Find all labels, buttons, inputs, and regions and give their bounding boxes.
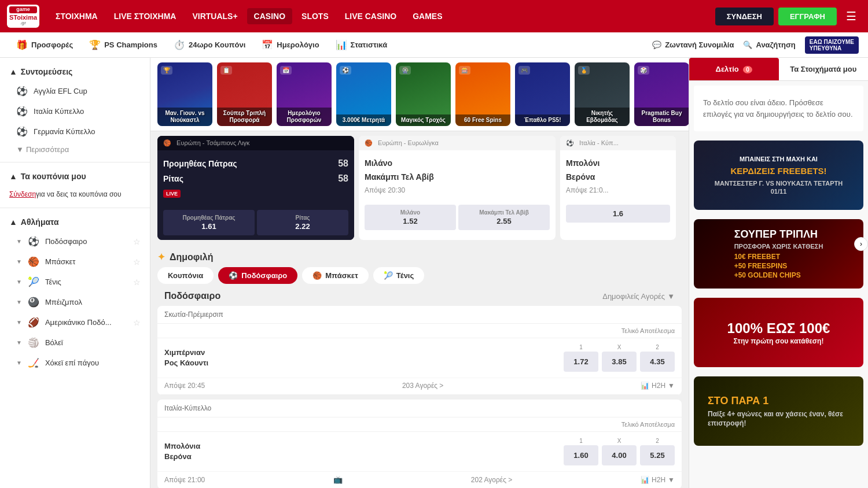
bet-odd-1-2[interactable]: 4.35	[640, 352, 675, 372]
promo-icon-5: 🎡	[399, 66, 411, 75]
bet-markets-1[interactable]: 203 Αγορές >	[402, 382, 443, 390]
sidebar-item-baseball[interactable]: ▼ 🎱 Μπέιζμπολ	[0, 292, 150, 312]
live-match-1: 🏀 Ευρώπη - Τσάμπιονς Λιγκ Προμηθέας Πάτρ…	[157, 136, 354, 240]
betslip-tabs: Δελτίο 0 Τα Στοιχήματά μου	[689, 58, 868, 81]
promo-icon-6: 🎰	[459, 66, 470, 75]
sports-tabs: Κουπόνια ⚽ Ποδόσφαιρο 🏀 Μπάσκετ 🎾 Τένις	[157, 267, 682, 284]
promo-banner-3[interactable]: 100% ΕΩΣ 100€ Στην πρώτη σου κατάθεση!	[694, 298, 863, 367]
result-header-1: Τελικό Αποτέλεσμα	[571, 327, 675, 334]
match-3-time: Απόψε 21:0...	[566, 186, 670, 194]
promo-card-2[interactable]: 📋 Σούπερ Τριπλή Προσφορά	[217, 62, 272, 126]
coupons-section: Σύνδεσηγια να δεις τα κουπόνια σου	[0, 186, 150, 203]
promo-banner-4[interactable]: ΣΤΟ ΠΑΡΑ 1 Παίξε 4+ αγώνες και αν χάσεις…	[694, 376, 863, 446]
h2h-2[interactable]: 📊 H2H ▼	[641, 476, 675, 484]
sec-nav-24h-coupon[interactable]: ⏱️ 24ωρο Κουπόνι	[167, 36, 252, 54]
live-match-2: 🏀 Ευρώπη - Ευρωλίγκα Μιλάνο Μακάμπι Τελ …	[359, 136, 556, 240]
bet-odd-1-x[interactable]: 3.85	[602, 352, 637, 372]
sidebar-item-efl-cup[interactable]: ⚽ Αγγλία EFL Cup	[0, 81, 150, 101]
bet-markets-2[interactable]: 202 Αγορές >	[471, 476, 512, 484]
odd-label-2-2: 2	[656, 438, 659, 444]
promo-banner-img-2: ΣΟΥΠΕΡ ΤΡΙΠΛΗ ΠΡΟΣΦΟΡΑ ΧΩΡΙΣ ΚΑΤΘΕΣΗ 10€…	[694, 219, 863, 289]
hamburger-icon[interactable]: ☰	[841, 7, 861, 25]
promo-card-1[interactable]: 🏆 Μαν. Γιουν. vs Νιούκαστλ	[157, 62, 212, 126]
tab-tennis[interactable]: 🎾 Τένις	[373, 267, 424, 284]
match-2-odd2[interactable]: Μακάμπι Τελ Αβίβ 2.55	[458, 205, 550, 230]
nav-live[interactable]: LIVE ΣΤΟΙΧΗΜΑ	[107, 8, 183, 24]
match-1-odd1[interactable]: Προμηθέας Πάτρας 1.61	[163, 210, 255, 235]
login-button[interactable]: ΣΥΝΔΕΣΗ	[715, 8, 774, 25]
sec-nav-calendar[interactable]: 📅 Ημερολόγιο	[255, 36, 326, 54]
tv-icon: 📺	[333, 475, 343, 484]
sidebar-item-tennis[interactable]: ▼ 🎾 Τένις ☆	[0, 272, 150, 292]
chevron-down-icon-4: ▼	[16, 299, 22, 305]
chevron-up-icon-2: ▲	[9, 172, 17, 181]
bet-odd-2-1[interactable]: 1.60	[564, 445, 598, 465]
sidebar-divider-2	[0, 208, 150, 208]
bet-odds-2: 1 1.60 Χ 4.00 2 5.25	[564, 438, 675, 465]
shortcuts-header[interactable]: ▲ Συντομεύσεις	[0, 62, 150, 81]
match-2-team1: Μιλάνο	[365, 156, 550, 170]
markets-dropdown[interactable]: Δημοφιλείς Αγορές ▼	[602, 292, 675, 301]
promo-card-9[interactable]: 🎲 Pragmatic Buy Bonus	[634, 62, 689, 126]
bet-footer-2: Απόψε 21:00 📺 202 Αγορές > 📊 H2H ▼	[157, 472, 682, 488]
promo-banner-2[interactable]: ΣΟΥΠΕΡ ΤΡΙΠΛΗ ΠΡΟΣΦΟΡΑ ΧΩΡΙΣ ΚΑΤΘΕΣΗ 10€…	[694, 219, 863, 289]
register-button[interactable]: ΕΓΓΡΑΦΗ	[778, 8, 837, 25]
sidebar-item-volleyball[interactable]: ▼ 🏐 Βόλεϊ	[0, 332, 150, 353]
tab-basketball[interactable]: 🏀 Μπάσκετ	[302, 267, 369, 284]
h2h-1[interactable]: 📊 H2H ▼	[641, 382, 675, 390]
nav-stoixima[interactable]: ΣΤΟΙΧΗΜΑ	[49, 8, 105, 24]
live-badge: LIVE	[163, 190, 181, 198]
promo-label-4: 3.000€ Μετρητά	[340, 117, 388, 124]
promo-icon-9: 🎲	[638, 66, 649, 75]
bet-odd-2-x[interactable]: 4.00	[602, 445, 637, 465]
tab-coupons[interactable]: Κουπόνια	[157, 267, 214, 284]
shortcuts-more[interactable]: ▼ Περισσότερα	[0, 142, 150, 157]
sidebar-item-italy-cup[interactable]: ⚽ Ιταλία Κύπελλο	[0, 101, 150, 121]
sec-nav-offers[interactable]: 🎁 Προσφορές	[9, 36, 80, 54]
betslip-tab-active[interactable]: Δελτίο 0	[689, 58, 779, 80]
calendar-icon: 📅	[262, 39, 273, 50]
match-1-odds: Προμηθέας Πάτρας 1.61 Ρίτας 2.22	[157, 205, 354, 240]
tennis-icon: 🎾	[28, 276, 39, 287]
promo-card-5[interactable]: 🎡 Μαγικός Τροχός	[396, 62, 451, 126]
star-icon-1: ☆	[133, 237, 141, 246]
bet-odd-col-2-2: 2 5.25	[640, 438, 675, 465]
bet-odd-1-1[interactable]: 1.72	[564, 352, 598, 372]
promo-card-8[interactable]: 🏅 Νικητής Εβδομάδας	[575, 62, 630, 126]
star-icon-4: ☆	[133, 318, 141, 327]
bet-odd-2-2[interactable]: 5.25	[640, 445, 675, 465]
sidebar-item-basketball[interactable]: ▼ 🏀 Μπάσκετ ☆	[0, 252, 150, 272]
logo[interactable]: game SToixima .gr	[7, 5, 39, 28]
nav-virtuals[interactable]: VIRTUALS+	[185, 8, 244, 24]
bet-section-2: Ιταλία-Κύπελλο Τελικό Αποτέλεσμα Μπολόνι…	[157, 400, 682, 488]
nav-games[interactable]: GAMES	[406, 8, 449, 24]
match-2-odd1[interactable]: Μιλάνο 1.52	[365, 205, 456, 230]
coupons-header[interactable]: ▲ Τα κουπόνια μου	[0, 167, 150, 186]
odd-label-x: Χ	[617, 344, 621, 350]
sidebar-item-germany-cup[interactable]: ⚽ Γερμανία Κύπελλο	[0, 121, 150, 142]
sidebar-item-football[interactable]: ▼ ⚽ Ποδόσφαιρο ☆	[0, 231, 150, 252]
sec-nav-ps-champions[interactable]: 🏆 PS Champions	[82, 36, 164, 54]
coupons-login-link[interactable]: Σύνδεσηγια να δεις τα κουπόνια σου	[9, 190, 141, 198]
sidebar-item-american-football[interactable]: ▼ 🏈 Αμερικάνικο Ποδό... ☆	[0, 312, 150, 332]
nav-slots[interactable]: SLOTS	[295, 8, 336, 24]
match-1-header: 🏀 Ευρώπη - Τσάμπιονς Λιγκ	[157, 136, 354, 150]
nav-live-casino[interactable]: LIVE CASINO	[338, 8, 403, 24]
odd-label-1: 1	[579, 344, 583, 350]
promo-card-4[interactable]: ⚽ 3.000€ Μετρητά	[336, 62, 391, 126]
betslip-tab-my-bets[interactable]: Τα Στοιχήματά μου	[779, 58, 869, 80]
match-1-odd2[interactable]: Ρίτας 2.22	[257, 210, 348, 235]
promo-card-7[interactable]: 🎮 Έπαθλο PS5!	[515, 62, 570, 126]
nav-casino[interactable]: CASINO	[247, 8, 292, 24]
sports-header[interactable]: ▲ Αθλήματα	[0, 213, 150, 231]
promo-banner-1[interactable]: ΜΠΑΙΝΕΙΣ ΣΤΗ ΜΑΧΗ ΚΑΙ ΚΕΡΔΙΖΕΙΣ FREEBETS…	[694, 141, 863, 210]
live-chat-button[interactable]: 💬 Ζωντανή Συνομιλία	[652, 40, 734, 49]
search-button[interactable]: 🔍 Αναζήτηση	[743, 40, 795, 49]
tab-football[interactable]: ⚽ Ποδόσφαιρο	[218, 267, 297, 284]
sec-nav-statistics[interactable]: 📊 Στατιστικά	[329, 36, 395, 54]
promo-card-3[interactable]: 📅 Ημερολόγιο Προσφορών	[277, 62, 332, 126]
promo-card-6[interactable]: 🎰 60 Free Spins	[455, 62, 510, 126]
bet-odd-col-2-1: 1 1.60	[564, 438, 598, 465]
sidebar-item-hockey[interactable]: ▼ 🏒 Χόκεϊ επί πάγου	[0, 353, 150, 373]
match-3-odd1[interactable]: 1.6	[566, 205, 670, 223]
